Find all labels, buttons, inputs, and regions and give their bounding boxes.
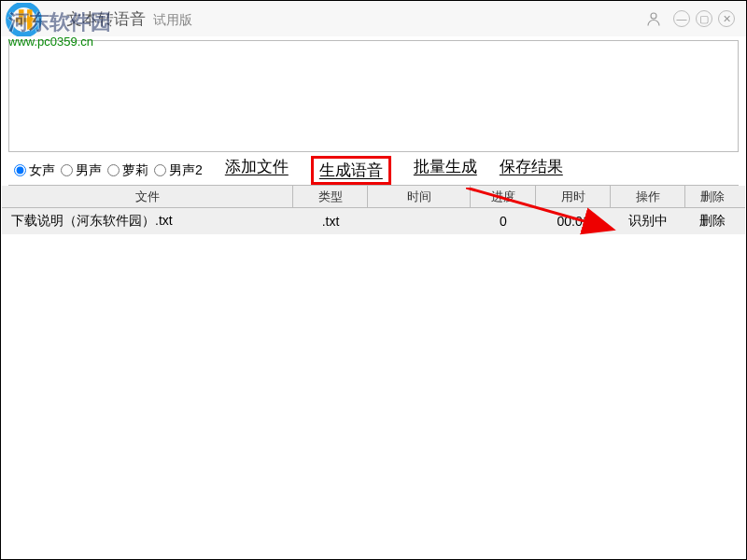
batch-generate-button[interactable]: 批量生成 [414, 156, 477, 185]
minimize-icon[interactable]: — [673, 10, 690, 27]
col-time: 时间 [368, 186, 471, 207]
voice-loli[interactable]: 萝莉 [107, 162, 148, 179]
titlebar: 文本转语音 试用版 — ▢ ✕ [1, 1, 746, 36]
cell-progress: 0 [471, 208, 536, 234]
voice-options: 女声 男声 萝莉 男声2 [14, 162, 203, 179]
cell-duration: 00:01 [536, 208, 611, 234]
cell-type: .txt [293, 208, 368, 234]
col-type: 类型 [293, 186, 368, 207]
close-icon[interactable]: ✕ [718, 10, 735, 27]
trial-label: 试用版 [153, 12, 192, 29]
table-row[interactable]: 下载说明（河东软件园）.txt .txt 0 00:01 识别中 删除 [2, 208, 745, 234]
svg-rect-1 [19, 9, 23, 24]
svg-rect-3 [16, 18, 36, 22]
cell-delete[interactable]: 删除 [685, 208, 740, 234]
col-progress: 进度 [471, 186, 536, 207]
cell-action: 识别中 [611, 208, 685, 234]
action-row: 女声 男声 萝莉 男声2 添加文件 生成语音 批量生成 保存结果 [8, 156, 739, 186]
table-header: 文件 类型 时间 进度 用时 操作 删除 [2, 186, 745, 208]
cell-file: 下载说明（河东软件园）.txt [2, 208, 293, 234]
app-title: 文本转语音 [66, 8, 146, 30]
action-buttons: 添加文件 生成语音 批量生成 保存结果 [225, 156, 563, 185]
save-result-button[interactable]: 保存结果 [500, 156, 563, 185]
voice-male[interactable]: 男声 [61, 162, 102, 179]
window-controls: — ▢ ✕ [645, 10, 735, 27]
text-input-panel[interactable] [8, 40, 739, 152]
app-logo-icon [5, 3, 51, 36]
svg-point-4 [651, 13, 656, 19]
col-file: 文件 [2, 186, 293, 207]
col-action: 操作 [611, 186, 685, 207]
col-duration: 用时 [536, 186, 611, 207]
cell-time [368, 208, 471, 234]
add-file-button[interactable]: 添加文件 [225, 156, 289, 185]
col-delete: 删除 [685, 186, 740, 207]
user-icon[interactable] [645, 10, 662, 27]
voice-female[interactable]: 女声 [14, 162, 55, 179]
voice-male2[interactable]: 男声2 [154, 162, 203, 179]
generate-audio-button[interactable]: 生成语音 [311, 156, 391, 185]
maximize-icon[interactable]: ▢ [696, 10, 712, 27]
